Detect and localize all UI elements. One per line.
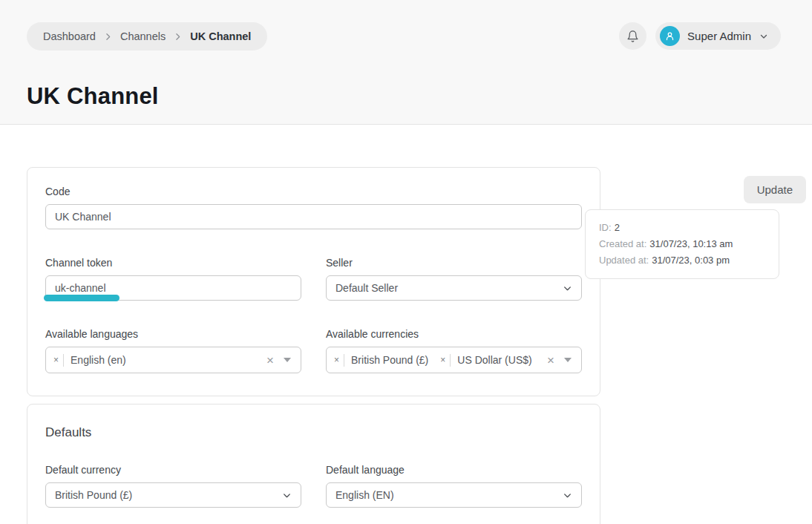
seller-select-value: Default Seller — [335, 282, 563, 294]
available-currencies-select[interactable]: × British Pound (£) × US Dollar (US$) × — [326, 347, 582, 373]
topbar: Dashboard Channels UK Channel — [0, 0, 812, 50]
chevron-down-icon — [759, 31, 769, 42]
chevron-down-icon — [282, 491, 292, 500]
breadcrumb-channels[interactable]: Channels — [120, 30, 166, 42]
default-currency-select[interactable]: British Pound (£) — [45, 482, 301, 508]
breadcrumb-current: UK Channel — [190, 30, 251, 42]
topbar-right: Super Admin — [619, 22, 781, 50]
updated-at-value: 31/07/23, 0:03 pm — [652, 252, 730, 269]
language-chip: × English (en) — [53, 354, 126, 367]
bell-icon — [626, 30, 639, 43]
languages-currencies-row: Available languages × English (en) × — [45, 328, 582, 373]
code-field-group: Code — [45, 186, 582, 229]
channel-token-input[interactable] — [45, 275, 301, 301]
remove-chip-button[interactable]: × — [53, 356, 63, 364]
created-at-label: Created at: — [599, 236, 646, 252]
default-language-label: Default language — [326, 464, 582, 476]
main-content: Update Code Channel token Seller — [0, 167, 812, 524]
meta-updated-row: Updated at: 31/07/23, 0:03 pm — [599, 252, 765, 269]
available-languages-label: Available languages — [45, 328, 301, 340]
chevron-right-icon — [173, 32, 183, 42]
avatar — [660, 26, 680, 46]
created-at-value: 31/07/23, 10:13 am — [649, 236, 733, 252]
entity-meta-card: ID: 2 Created at: 31/07/23, 10:13 am Upd… — [585, 209, 779, 279]
chip-label: British Pound (£) — [351, 354, 428, 366]
chip-divider — [63, 354, 64, 367]
defaults-row: Default currency British Pound (£) Defau… — [45, 464, 582, 508]
seller-label: Seller — [326, 257, 582, 269]
header: Dashboard Channels UK Channel — [0, 0, 812, 125]
clear-all-button[interactable]: × — [547, 354, 554, 367]
channel-token-field-group: Channel token — [45, 257, 301, 301]
remove-chip-button[interactable]: × — [334, 356, 344, 364]
channel-details-card: Code Channel token Seller Default Seller — [27, 167, 600, 396]
seller-select[interactable]: Default Seller — [326, 275, 582, 301]
breadcrumb: Dashboard Channels UK Channel — [27, 22, 267, 50]
dropdown-caret-icon[interactable] — [284, 358, 291, 362]
meta-id-row: ID: 2 — [599, 220, 765, 236]
user-name-label: Super Admin — [687, 30, 751, 42]
multiselect-controls: × — [266, 354, 291, 367]
available-languages-field-group: Available languages × English (en) × — [45, 328, 301, 373]
default-currency-label: Default currency — [45, 464, 301, 476]
code-label: Code — [45, 186, 582, 197]
form-column: Code Channel token Seller Default Seller — [27, 167, 600, 524]
user-icon — [664, 30, 675, 42]
available-currencies-field-group: Available currencies × British Pound (£)… — [326, 328, 582, 373]
defaults-card: Defaults Default currency British Pound … — [27, 404, 600, 524]
currency-chip: × British Pound (£) — [334, 354, 428, 367]
notifications-button[interactable] — [619, 22, 646, 50]
currency-chip: × US Dollar (US$) — [440, 354, 531, 367]
page-title: UK Channel — [27, 83, 812, 110]
breadcrumb-dashboard[interactable]: Dashboard — [43, 30, 96, 42]
chevron-down-icon — [563, 284, 572, 293]
meta-created-row: Created at: 31/07/23, 10:13 am — [599, 236, 765, 252]
id-label: ID: — [599, 220, 612, 236]
chip-label: US Dollar (US$) — [457, 354, 531, 366]
code-input[interactable] — [45, 204, 582, 229]
id-value: 2 — [615, 220, 620, 236]
channel-token-input-wrap — [45, 275, 301, 301]
chip-label: English (en) — [71, 354, 126, 366]
update-button[interactable]: Update — [744, 176, 806, 203]
available-currencies-label: Available currencies — [326, 328, 582, 340]
chip-divider — [344, 354, 344, 367]
available-languages-select[interactable]: × English (en) × — [45, 347, 301, 373]
remove-chip-button[interactable]: × — [440, 356, 450, 364]
channel-token-label: Channel token — [45, 257, 301, 269]
default-language-field-group: Default language English (EN) — [326, 464, 582, 508]
default-currency-field-group: Default currency British Pound (£) — [45, 464, 301, 508]
user-menu-button[interactable]: Super Admin — [655, 22, 781, 50]
defaults-heading: Defaults — [45, 425, 582, 440]
dropdown-caret-icon[interactable] — [564, 358, 572, 362]
chevron-down-icon — [563, 491, 572, 500]
default-language-value: English (EN) — [335, 489, 563, 501]
default-currency-value: British Pound (£) — [55, 489, 282, 501]
chevron-right-icon — [103, 32, 113, 42]
updated-at-label: Updated at: — [599, 252, 649, 269]
clear-all-button[interactable]: × — [266, 354, 274, 367]
chip-divider — [450, 354, 451, 367]
default-language-select[interactable]: English (EN) — [326, 482, 582, 508]
multiselect-controls: × — [547, 354, 572, 367]
token-seller-row: Channel token Seller Default Seller — [45, 257, 582, 301]
seller-field-group: Seller Default Seller — [326, 257, 582, 301]
